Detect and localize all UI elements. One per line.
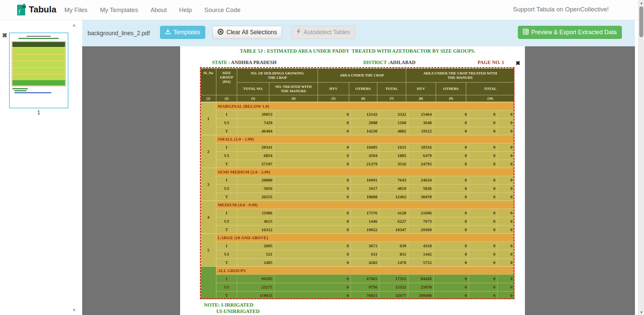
thumb-note-line — [14, 90, 26, 91]
thumbnail-sidebar: ✖ ▲ ▼ 1 — [0, 20, 82, 315]
templates-button[interactable]: Templates — [160, 26, 205, 39]
note-irrigated: NOTE: I-IRRIGATED — [204, 302, 254, 308]
svg-text:ƒ: ƒ — [18, 8, 21, 14]
support-link[interactable]: Support Tabula on OpenCollective! — [513, 6, 609, 13]
clear-all-selections-button[interactable]: Clear All Selections — [212, 26, 282, 39]
scrollbar-thumb[interactable] — [639, 6, 643, 37]
document-filename: background_lines_2.pdf — [88, 20, 150, 46]
pdf-viewer: TABLE 5J : ESTIMATED AREA UNDER PADDY TR… — [82, 46, 635, 315]
preview-export-button[interactable]: Preview & Export Extracted Data — [518, 26, 622, 39]
table-selection-box[interactable] — [200, 67, 515, 299]
page-thumbnail[interactable] — [9, 33, 68, 108]
state-field: STATE : ANDHRA PRADESH — [212, 60, 276, 65]
tabula-logo-icon[interactable]: ƒ — [15, 4, 27, 16]
brand-title[interactable]: Tabula — [29, 4, 56, 15]
page-no-field: PAGE NO. 1 — [478, 60, 504, 65]
table-export-icon — [523, 29, 529, 36]
district-field: DISTRICT :ADILABAD — [363, 60, 416, 65]
nav-item-my-files[interactable]: My Files — [64, 6, 88, 14]
scrollbar-up-icon[interactable]: ▲ — [639, 0, 644, 6]
tabula-app: ƒ Tabula My FilesMy TemplatesAboutHelpSo… — [0, 0, 644, 315]
page-scrollbar[interactable]: ▲ ▼ — [638, 0, 644, 315]
note-unirrigated: UI-UNIRRIGATED — [216, 309, 260, 314]
autodetect-tables-button[interactable]: Autodetect Tables — [291, 26, 355, 39]
nav-item-source-code[interactable]: Source Code — [204, 6, 240, 14]
pdf-page[interactable]: TABLE 5J : ESTIMATED AREA UNDER PADDY TR… — [180, 46, 525, 315]
thumb-note-line — [14, 92, 51, 93]
thumb-note-line — [12, 88, 28, 89]
selection-close-icon[interactable]: ✖ — [516, 60, 520, 67]
thumb-subtitle-line — [18, 38, 59, 39]
thumb-selection-box — [12, 41, 66, 86]
navbar: ƒ Tabula My FilesMy TemplatesAboutHelpSo… — [0, 0, 638, 20]
lightning-icon — [296, 29, 301, 36]
nav-items: My FilesMy TemplatesAboutHelpSource Code — [64, 0, 240, 20]
table-title: TABLE 5J : ESTIMATED AREA UNDER PADDY TR… — [201, 48, 515, 54]
circle-x-icon — [217, 29, 224, 37]
toolbar: background_lines_2.pdf Templates Clear A… — [82, 20, 635, 46]
thumb-title-line — [26, 36, 51, 37]
nav-item-help[interactable]: Help — [179, 6, 192, 14]
remove-page-icon[interactable]: ✖ — [2, 32, 7, 39]
sidebar-scroll-down-icon[interactable]: ▼ — [72, 307, 76, 313]
scrollbar-down-icon[interactable]: ▼ — [639, 309, 644, 315]
sidebar-scroll-up-icon[interactable]: ▲ — [72, 22, 76, 28]
thumb-table — [12, 42, 65, 86]
nav-item-my-templates[interactable]: My Templates — [100, 6, 138, 14]
templates-import-icon — [165, 29, 171, 36]
nav-item-about[interactable]: About — [151, 6, 167, 14]
thumbnail-page-number: 1 — [9, 110, 68, 116]
